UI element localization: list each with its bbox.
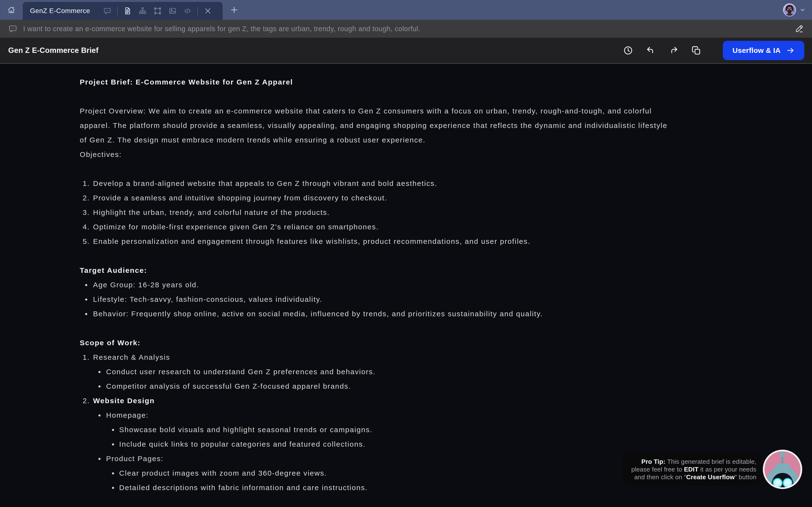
doc-line: 2.Provide a seamless and intuitive shopp… xyxy=(80,191,732,205)
list-number: 1. xyxy=(83,350,90,364)
bullet-marker: • xyxy=(112,466,115,481)
doc-spacer xyxy=(80,162,732,176)
doc-line: Scope of Work: xyxy=(80,336,732,350)
doc-line: 1.Research & Analysis xyxy=(80,350,732,364)
chevron-down-icon[interactable] xyxy=(800,7,806,13)
header-actions: Userflow & IA xyxy=(623,41,812,60)
doc-line: 2.Website Design xyxy=(80,394,732,408)
doc-line: •Lifestyle: Tech-savvy, fashion-consciou… xyxy=(80,292,732,306)
tab-separator xyxy=(117,7,118,15)
redo-button[interactable] xyxy=(668,45,679,56)
doc-line: •Competitor analysis of successful Gen Z… xyxy=(80,379,732,394)
doc-line: •Behavior: Frequently shop online, activ… xyxy=(80,306,732,321)
doc-line: apparel. The platform should provide a s… xyxy=(80,118,732,133)
image-icon[interactable] xyxy=(168,7,176,15)
userflow-ia-label: Userflow & IA xyxy=(732,46,780,55)
bullet-marker: • xyxy=(112,422,115,437)
document-header: Gen Z E-Commerce Brief xyxy=(0,38,812,64)
plus-icon xyxy=(230,6,239,14)
history-button[interactable] xyxy=(623,45,633,56)
undo-button[interactable] xyxy=(646,45,656,56)
tab-genz-ecommerce[interactable]: GenZ E-Commerce xyxy=(23,2,222,20)
assistant-robot-avatar[interactable] xyxy=(762,449,803,490)
doc-line: •Conduct user research to understand Gen… xyxy=(80,364,732,379)
history-icon xyxy=(623,45,633,56)
userflow-ia-button[interactable]: Userflow & IA xyxy=(723,41,804,60)
home-icon xyxy=(7,6,16,14)
doc-line: 1.Develop a brand-aligned website that a… xyxy=(80,176,732,191)
tab-bar: GenZ E-Commerce xyxy=(0,0,812,20)
bullet-marker: • xyxy=(85,306,88,321)
document-body: Project Brief: E-Commerce Website for Ge… xyxy=(80,64,732,495)
bullet-marker: • xyxy=(112,481,115,495)
doc-line: 5.Enable personalization and engagement … xyxy=(80,234,732,249)
page-title: Gen Z E-Commerce Brief xyxy=(8,46,99,55)
doc-spacer xyxy=(80,321,732,336)
user-menu[interactable] xyxy=(783,3,806,16)
doc-line: •Include quick links to popular categori… xyxy=(80,437,732,451)
pro-tip-tooltip: Pro Tip: This generated brief is editabl… xyxy=(622,453,760,486)
edit-pencil-icon[interactable] xyxy=(795,24,804,33)
doc-line: 3.Highlight the urban, trendy, and color… xyxy=(80,205,732,220)
doc-line: 4.Optimize for mobile-first experience g… xyxy=(80,220,732,234)
undo-icon xyxy=(646,45,656,56)
document-canvas[interactable]: Project Brief: E-Commerce Website for Ge… xyxy=(0,64,812,507)
redo-icon xyxy=(668,45,678,56)
copy-button[interactable] xyxy=(691,45,702,56)
list-number: 1. xyxy=(83,176,90,191)
copy-icon xyxy=(691,45,701,56)
comment-icon xyxy=(8,24,17,33)
list-number: 5. xyxy=(83,234,90,249)
bullet-marker: • xyxy=(98,364,101,379)
close-icon[interactable] xyxy=(204,7,212,15)
bullet-marker: • xyxy=(85,292,88,306)
brief-document-icon[interactable] xyxy=(123,7,132,15)
doc-line: •Age Group: 16-28 years old. xyxy=(80,278,732,292)
list-number: 2. xyxy=(83,394,90,408)
code-icon[interactable] xyxy=(184,7,192,15)
new-tab-button[interactable] xyxy=(227,3,242,17)
list-number: 2. xyxy=(83,191,90,205)
bullet-marker: • xyxy=(112,437,115,451)
pro-tip-text: Pro Tip: This generated brief is editabl… xyxy=(631,458,756,481)
home-button[interactable] xyxy=(0,0,23,20)
arrow-right-icon xyxy=(786,46,795,55)
frame-icon[interactable] xyxy=(153,7,162,15)
list-number: 3. xyxy=(83,205,90,220)
user-avatar[interactable] xyxy=(783,3,796,16)
bullet-marker: • xyxy=(98,451,101,466)
prompt-bar: I want to create an e-commerce website f… xyxy=(0,20,812,38)
doc-spacer xyxy=(80,89,732,104)
tab-separator xyxy=(197,7,198,15)
doc-line: of Gen Z. The design must embrace modern… xyxy=(80,133,732,147)
doc-line: Target Audience: xyxy=(80,263,732,278)
tab-label: GenZ E-Commerce xyxy=(30,7,90,15)
doc-line: •Homepage: xyxy=(80,408,732,422)
doc-line: Project Brief: E-Commerce Website for Ge… xyxy=(80,75,732,89)
prompt-text: I want to create an e-commerce website f… xyxy=(23,25,420,33)
doc-line: Objectives: xyxy=(80,147,732,162)
doc-line: Project Overview: We aim to create an e-… xyxy=(80,104,732,118)
doc-line: •Showcase bold visuals and highlight sea… xyxy=(80,422,732,437)
list-number: 4. xyxy=(83,220,90,234)
bullet-marker: • xyxy=(85,278,88,292)
bullet-marker: • xyxy=(98,379,101,394)
sitemap-icon[interactable] xyxy=(139,7,147,15)
comments-icon[interactable] xyxy=(103,7,111,15)
bullet-marker: • xyxy=(98,408,101,422)
doc-spacer xyxy=(80,249,732,263)
